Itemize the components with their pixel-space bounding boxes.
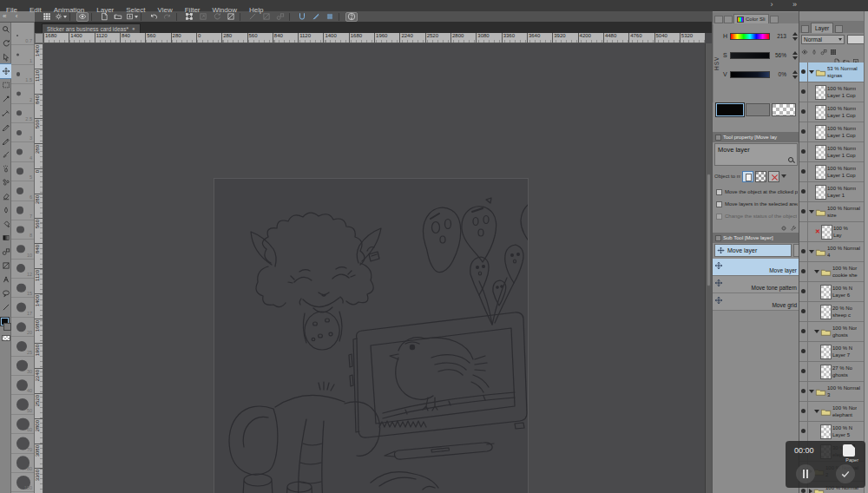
brush-size-item[interactable]: 6	[11, 181, 34, 200]
sub-tool-item[interactable]: Move grid	[713, 293, 799, 311]
eye-icon[interactable]	[801, 409, 806, 413]
brush-size-item[interactable]: 30	[11, 357, 34, 376]
brush-size-item[interactable]: 70	[11, 434, 34, 453]
wrench-icon[interactable]	[790, 225, 797, 232]
brush-size-item[interactable]: 40	[11, 376, 34, 395]
eye-icon[interactable]	[801, 149, 806, 154]
color-set-tab-icon[interactable]	[724, 16, 733, 23]
brush-size-item[interactable]: 2	[11, 84, 34, 103]
expander-icon[interactable]	[809, 489, 812, 493]
layer-thumbnail[interactable]	[820, 305, 832, 319]
brush-size-item[interactable]: 3	[11, 123, 34, 142]
blend-mode-select[interactable]: Normal	[801, 35, 845, 44]
menu-item[interactable]: View	[152, 5, 179, 14]
command-button[interactable]	[324, 12, 336, 22]
saturation-stepper[interactable]	[792, 51, 798, 60]
layer-thumbnail[interactable]	[815, 165, 826, 180]
brush-size-item[interactable]: 100	[11, 473, 34, 492]
layer-visibility-gutter[interactable]	[799, 322, 808, 341]
layer-visibility-gutter[interactable]	[799, 422, 808, 441]
background-color-swatch[interactable]	[3, 323, 11, 331]
layer-row[interactable]: ✕ 100 % Nor elephant	[799, 402, 868, 422]
layer-row[interactable]: ✕ 100 % Norm Layer 1	[799, 182, 868, 202]
layer-row[interactable]: ✕ 27 % No ghosts	[799, 362, 868, 382]
lock-icon[interactable]	[820, 49, 827, 56]
layer-thumbnail[interactable]	[821, 225, 832, 240]
layer-thumbnail[interactable]	[820, 285, 832, 299]
tool-button[interactable]	[0, 273, 11, 286]
tool-button[interactable]	[0, 106, 11, 120]
brush-size-item[interactable]: 5	[11, 162, 34, 181]
layer-thumbnail[interactable]	[820, 345, 832, 359]
layer-row[interactable]: ✕ 100 % Norm Layer 1 Cop	[799, 102, 868, 122]
eye-icon[interactable]	[801, 89, 806, 94]
command-button[interactable]	[345, 12, 358, 22]
saturation-slider[interactable]	[730, 52, 770, 59]
hsv-mode-tab[interactable]: HSV	[713, 24, 721, 102]
command-button[interactable]	[339, 13, 343, 21]
brush-size-item[interactable]: 1.5	[11, 65, 34, 84]
layer-row[interactable]: ✕ 100 % Lay	[799, 222, 868, 242]
tool-button[interactable]	[0, 161, 11, 175]
panel-menu-icon[interactable]	[715, 235, 721, 241]
expander-icon[interactable]	[809, 210, 814, 214]
menu-item[interactable]: Select	[120, 5, 151, 14]
layer-row[interactable]: ✕ 100 % N Layer 5	[799, 422, 868, 442]
tool-button[interactable]	[0, 217, 11, 231]
eye-icon[interactable]	[801, 369, 806, 373]
tool-button[interactable]	[0, 120, 11, 134]
layer-visibility-gutter[interactable]	[799, 382, 808, 401]
layer-thumbnail[interactable]	[820, 424, 832, 439]
layer-row[interactable]: ✕ 100 % Norm Layer 1 Cop	[799, 142, 868, 162]
brush-size-item[interactable]: 50	[11, 395, 34, 414]
menu-item[interactable]: File	[0, 5, 23, 14]
main-color-swatch[interactable]	[716, 103, 744, 116]
eye-icon[interactable]	[801, 249, 806, 253]
brush-size-item[interactable]: 15	[11, 279, 34, 298]
checkbox-row[interactable]: Move layers in the selected area	[716, 199, 798, 209]
layer-visibility-gutter[interactable]	[799, 282, 808, 301]
tab-layer[interactable]: Layer	[811, 23, 833, 33]
document-tab[interactable]: Sticker ans business card ideas* ●	[42, 23, 141, 33]
command-button[interactable]	[274, 12, 286, 22]
tool-button[interactable]	[0, 78, 11, 92]
checkbox-row[interactable]: Move the object at the clicked p	[716, 187, 798, 197]
expander-icon[interactable]	[809, 70, 814, 74]
search-icon[interactable]	[788, 157, 794, 163]
layer-visibility-gutter[interactable]	[799, 162, 808, 181]
layer-visibility-gutter[interactable]	[799, 242, 808, 261]
sub-tool-item[interactable]: Move tone pattern	[713, 276, 799, 293]
eye-icon[interactable]	[801, 169, 806, 174]
eye-icon[interactable]	[801, 329, 806, 333]
layer-row[interactable]: ✕ 100 % Normal 3	[799, 382, 868, 402]
layer-search-tab-icon[interactable]	[801, 25, 809, 33]
checkbox[interactable]	[716, 201, 722, 207]
tool-button[interactable]	[0, 189, 11, 203]
hue-slider[interactable]	[730, 33, 770, 40]
canvas-viewport[interactable]	[43, 43, 705, 493]
brush-size-item[interactable]: 8	[11, 220, 34, 240]
color-wheel-tab-icon[interactable]	[714, 16, 723, 23]
layer-row[interactable]: ✕ 20 % No sheep c	[799, 302, 868, 322]
layer-visibility-gutter[interactable]	[799, 102, 808, 122]
layer-row[interactable]: ✕ 100 % Norm Layer 1 Cop	[799, 82, 868, 102]
checkbox[interactable]	[716, 189, 722, 195]
expander-icon[interactable]	[814, 330, 819, 333]
tool-button[interactable]	[0, 203, 11, 217]
pause-button[interactable]	[796, 464, 815, 483]
layer-visibility-gutter[interactable]	[799, 222, 808, 241]
layer-row[interactable]: ✕ 100 % N Layer 7	[799, 342, 868, 362]
tool-button[interactable]	[0, 148, 11, 161]
menu-item[interactable]: Window	[207, 5, 243, 14]
tool-button[interactable]	[0, 23, 11, 36]
eye-icon[interactable]	[801, 129, 806, 134]
expander-icon[interactable]	[809, 390, 814, 393]
brush-size-item[interactable]: 80	[11, 454, 34, 473]
transparent-swatch[interactable]	[772, 103, 796, 116]
brush-size-item[interactable]: 12	[11, 260, 34, 279]
brush-size-item[interactable]: 0.7	[11, 26, 34, 45]
layer-row[interactable]: ✕ 100 % Nor cookie she	[799, 262, 868, 282]
eye-icon[interactable]	[801, 209, 806, 214]
menu-item[interactable]: Layer	[90, 5, 120, 14]
panel-collapse-icons[interactable]: › »	[770, 0, 806, 9]
